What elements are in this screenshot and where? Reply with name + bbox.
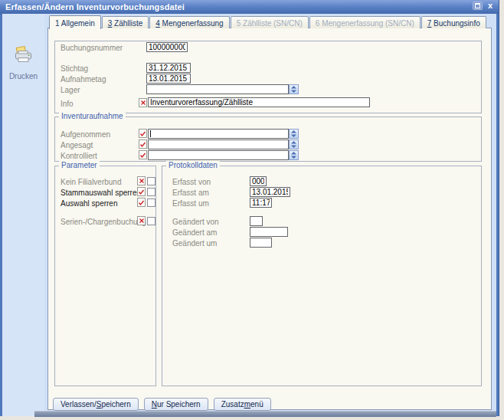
auswahl-sperren-checkbox[interactable] [147,199,155,207]
inventuraufnahme-group-title: Inventuraufnahme [59,112,126,121]
titlebar: Erfassen/Ändern Inventurvorbuchungsdatei… [0,0,499,15]
buchungsnummer-input[interactable] [146,42,188,52]
red-check-icon [139,150,147,159]
tab-zaehlliste[interactable]: 3 Zählliste [102,16,149,28]
lager-label: Lager [61,86,80,94]
text-cursor [150,130,151,137]
auswahl-sperren-label: Auswahl sperren [61,199,117,208]
tabpage-allgemein: Buchungsnummer Stichtag Aufnahmetag Lage… [47,28,492,410]
erfasst-um-label: Erfasst um [172,199,209,208]
aufgenommen-label: Aufgenommen [61,130,110,139]
zusatzmenu-button[interactable]: Zusatzmenü [214,398,271,411]
geaendert-von-input[interactable] [250,216,263,226]
info-input[interactable] [148,97,370,107]
angesagt-spinner-icon[interactable] [289,139,299,149]
serien-chargenbuchung-checkbox[interactable] [147,217,155,225]
button-row: Verlassen/Speichern Nur Speichern Zusatz… [53,398,271,411]
erfasst-um-input[interactable] [250,198,272,208]
tabstrip: 1 Allgemein 3 Zählliste 4 Mengenerfassun… [49,16,487,28]
geaendert-um-input[interactable] [250,238,272,248]
kontrolliert-input[interactable] [148,150,289,160]
geaendert-am-input[interactable] [250,227,288,237]
close-icon[interactable]: x [488,2,493,10]
aufgenommen-input[interactable] [148,129,289,139]
angesagt-label: Angesagt [61,141,93,149]
kein-filialverbund-label: Kein Filialverbund [61,178,122,186]
red-x-icon [137,176,146,185]
restore-icon[interactable] [473,2,483,10]
window-bottom-bar [34,411,496,417]
verlassen-speichern-button[interactable]: Verlassen/Speichern [53,398,139,411]
stammauswahl-sperren-label: Stammauswahl sperren [61,189,141,197]
aufnahmetag-label: Aufnahmetag [61,75,106,84]
nur-speichern-button[interactable]: Nur Speichern [144,398,208,411]
erfasst-am-input[interactable] [250,187,290,197]
stichtag-input[interactable] [146,63,191,73]
aufnahmetag-input[interactable] [146,74,191,84]
info-label: Info [61,100,74,108]
tab-allgemein[interactable]: 1 Allgemein [49,15,101,29]
drucken-action-label[interactable]: Drucken [2,72,44,80]
red-check-icon [139,139,147,149]
serien-chargenbuchung-label: Serien-/Chargenbuchung [61,218,146,226]
window-border-right [496,14,499,416]
lager-input[interactable] [146,84,289,94]
red-x-icon [137,216,146,225]
window-title: Erfassen/Ändern Inventurvorbuchungsdatei [0,2,185,11]
tab-buchungsinfo[interactable]: 7 Buchungsinfo [421,16,486,28]
erfasst-von-label: Erfasst von [172,178,211,186]
protokolldaten-group-title: Protokolldaten [166,161,220,170]
kontrolliert-spinner-icon[interactable] [289,150,299,160]
stichtag-label: Stichtag [61,64,88,73]
red-check-icon [137,187,146,196]
tab-zaehlliste-sncn: 5 Zählliste (SN/CN) [231,16,309,28]
tab-mengenerfassung[interactable]: 4 Mengenerfassung [149,16,229,28]
aufgenommen-spinner-icon[interactable] [289,129,299,139]
geaendert-von-label: Geändert von [172,218,219,226]
app-window: Erfassen/Ändern Inventurvorbuchungsdatei… [0,0,499,416]
protokolldaten-groupbox: Protokolldaten [162,166,482,386]
stammauswahl-sperren-checkbox[interactable] [147,188,155,196]
parameter-group-title: Parameter [59,161,100,170]
red-x-icon [139,98,147,107]
printer-icon[interactable] [13,46,34,66]
buchungsnummer-label: Buchungsnummer [61,44,123,52]
tab-mengenerfassung-sncn: 6 Mengenerfassung (SN/CN) [309,16,421,28]
kontrolliert-label: Kontrolliert [61,152,97,160]
erfasst-von-input[interactable] [250,176,267,186]
lager-spinner-icon[interactable] [289,84,299,94]
red-check-icon [137,198,146,207]
sidebar: Drucken [2,14,45,416]
kein-filialverbund-checkbox[interactable] [147,177,155,185]
angesagt-input[interactable] [148,139,289,149]
erfasst-am-label: Erfasst am [172,189,209,197]
geaendert-am-label: Geändert am [172,228,217,237]
geaendert-um-label: Geändert um [172,239,217,248]
red-check-icon [139,129,147,138]
